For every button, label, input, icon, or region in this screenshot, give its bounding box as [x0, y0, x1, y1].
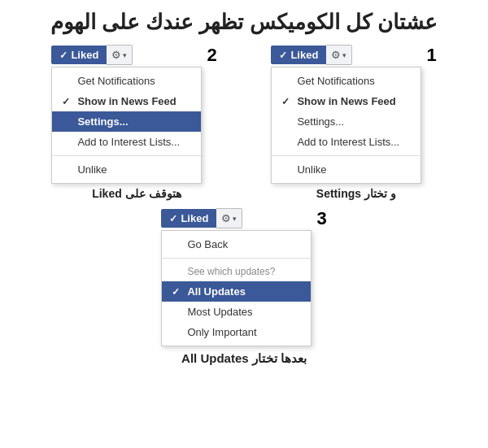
menu-item-get-notifications-2[interactable]: Get Notifications	[52, 71, 201, 91]
settings-gear-button-1[interactable]: ⚙ ▾	[326, 45, 352, 65]
panel-step2: ✓ Liked ⚙ ▾ Get Notifications ✓	[51, 45, 216, 184]
menu-item-show-news-feed-1[interactable]: ✓ Show in News Feed	[272, 91, 420, 111]
liked-checkmark-3: ✓	[169, 213, 177, 224]
menu-item-unlike-2[interactable]: Unlike	[52, 159, 201, 180]
liked-label-1: Liked	[290, 49, 318, 61]
liked-label-3: Liked	[181, 212, 208, 224]
dropdown-menu-1: Get Notifications ✓ Show in News Feed Se…	[271, 67, 421, 184]
menu-item-show-news-feed-2[interactable]: ✓ Show in News Feed	[52, 91, 201, 111]
caret-icon-2: ▾	[123, 51, 127, 59]
top-labels: و تختار Settings هتوقف على Liked	[0, 184, 488, 203]
divider-1	[272, 155, 420, 156]
menu-item-settings-2[interactable]: Settings...	[52, 111, 201, 132]
menu-item-unlike-1[interactable]: Unlike	[272, 159, 420, 180]
step-number-2: 2	[207, 46, 216, 64]
menu-item-add-interest-1[interactable]: Add to Interest Lists...	[272, 132, 420, 152]
menu-item-see-updates: See which updates?	[162, 262, 311, 281]
menu-item-all-updates[interactable]: ✓ All Updates	[162, 281, 311, 302]
divider-3a	[162, 258, 311, 259]
liked-bar-3: ✓ Liked ⚙ ▾	[161, 208, 242, 228]
liked-label-2: Liked	[71, 49, 98, 61]
page-wrapper: عشتان كل الكوميكس تظهر عندك على الهوم ✓ …	[0, 0, 488, 448]
gear-icon-2: ⚙	[111, 49, 121, 61]
gear-icon-3: ⚙	[221, 212, 231, 224]
dropdown-menu-3: Go Back See which updates? ✓ All Updates…	[161, 230, 312, 346]
caret-icon-1: ▾	[342, 51, 346, 59]
gear-icon-1: ⚙	[331, 49, 341, 61]
liked-button-1[interactable]: ✓ Liked	[271, 46, 326, 64]
step-number-1: 1	[426, 46, 436, 64]
liked-checkmark-1: ✓	[279, 50, 287, 61]
panel-section-1: ✓ Liked ⚙ ▾ Get Notifications ✓	[271, 45, 421, 184]
liked-bar-1: ✓ Liked ⚙ ▾	[271, 45, 352, 65]
top-row: ✓ Liked ⚙ ▾ Get Notifications ✓	[0, 45, 488, 184]
menu-item-get-notifications-1[interactable]: Get Notifications	[272, 71, 420, 91]
settings-gear-button-2[interactable]: ⚙ ▾	[107, 45, 133, 65]
panel-step3: ✓ Liked ⚙ ▾ Go Back	[161, 208, 326, 346]
bottom-section: ✓ Liked ⚙ ▾ Go Back	[0, 208, 488, 366]
menu-item-settings-1[interactable]: Settings...	[272, 111, 420, 132]
menu-item-add-interest-2[interactable]: Add to Interest Lists...	[52, 132, 201, 152]
liked-button-3[interactable]: ✓ Liked	[161, 209, 216, 228]
panel1-label: هتوقف على Liked	[92, 187, 181, 200]
menu-item-most-updates[interactable]: Most Updates	[162, 302, 311, 322]
liked-button-2[interactable]: ✓ Liked	[51, 46, 107, 64]
panel2-label: و تختار Settings	[316, 187, 396, 200]
settings-gear-button-3[interactable]: ⚙ ▾	[216, 208, 242, 228]
step-number-3: 3	[316, 210, 326, 228]
dropdown-menu-2: Get Notifications ✓ Show in News Feed Se…	[51, 67, 202, 184]
menu-item-only-important[interactable]: Only Important	[162, 322, 311, 342]
caret-icon-3: ▾	[233, 215, 237, 223]
panel-section-2: ✓ Liked ⚙ ▾ Get Notifications ✓	[51, 45, 202, 184]
panel3-label: بعدها تختار All Updates	[181, 351, 307, 366]
divider-2	[52, 155, 201, 156]
panel-section-3: ✓ Liked ⚙ ▾ Go Back	[161, 208, 312, 346]
panel-step1: ✓ Liked ⚙ ▾ Get Notifications ✓	[271, 45, 436, 184]
menu-item-go-back[interactable]: Go Back	[162, 234, 311, 254]
liked-checkmark-2: ✓	[59, 50, 68, 61]
liked-bar-2: ✓ Liked ⚙ ▾	[51, 45, 133, 65]
page-title: عشتان كل الكوميكس تظهر عندك على الهوم	[0, 0, 488, 41]
